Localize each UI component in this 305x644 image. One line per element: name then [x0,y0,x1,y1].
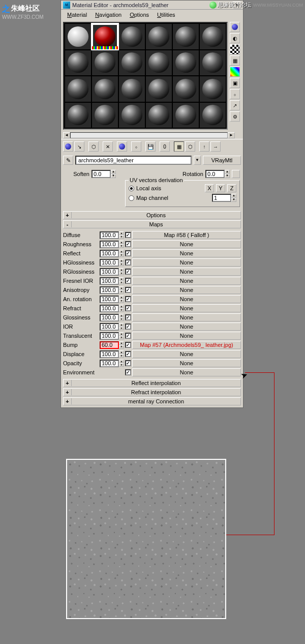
map-amount-input[interactable] [100,314,119,321]
sample-slot[interactable] [173,50,199,76]
map-amount-input[interactable] [100,250,119,257]
map-amount-spinner[interactable]: ▲▼ [100,259,124,267]
map-slot-button[interactable]: None [132,359,241,367]
maps-rollout-header[interactable]: - Maps [63,220,241,228]
map-amount-input[interactable] [100,231,119,239]
spin-up-icon[interactable]: ▲ [119,360,124,363]
spin-up-icon[interactable]: ▲ [119,296,124,299]
name-dropdown-icon[interactable]: ▼ [194,156,201,165]
spin-up-icon[interactable]: ▲ [231,194,236,198]
axis-y-button[interactable]: Y [216,184,225,192]
map-slot-button[interactable]: None [132,277,241,285]
sample-slot[interactable] [92,103,118,128]
map-amount-input[interactable] [100,241,119,248]
map-amount-spinner[interactable]: ▲▼ [100,323,124,331]
map-enable-checkbox[interactable]: ✓ [125,360,131,366]
map-amount-input[interactable] [100,259,119,267]
sample-slot[interactable] [119,24,145,49]
expand-icon[interactable]: + [64,389,72,395]
map-enable-checkbox[interactable]: ✓ [125,351,131,357]
map-enable-checkbox[interactable]: ✓ [125,333,131,339]
map-enable-checkbox[interactable]: ✓ [125,314,131,320]
menu-navigation[interactable]: Navigation [91,11,126,19]
map-slot-button[interactable]: None [132,258,241,267]
map-amount-input[interactable] [100,286,119,294]
local-axis-radio[interactable] [129,186,134,191]
sample-slot[interactable] [92,50,118,76]
rotation-spinner[interactable]: ▲▼ [205,170,230,178]
map-amount-spinner[interactable]: ▲▼ [100,268,124,276]
spin-down-icon[interactable]: ▼ [119,354,124,358]
spin-down-icon[interactable]: ▼ [225,174,230,178]
map-amount-spinner[interactable]: ▲▼ [100,332,124,340]
rotation-input[interactable] [205,170,225,178]
map-slot-button[interactable]: None [132,332,241,340]
spin-down-icon[interactable]: ▼ [231,198,236,202]
expand-icon[interactable]: + [64,212,72,218]
sample-slot[interactable] [200,24,226,49]
sample-slot[interactable] [92,24,118,49]
collapse-icon[interactable]: - [64,221,72,227]
spin-down-icon[interactable]: ▼ [119,235,124,239]
get-material-icon[interactable] [63,141,73,152]
show-map-viewport-icon[interactable]: ▦ [174,141,184,152]
map-enable-checkbox[interactable]: ✓ [125,342,131,348]
map-amount-input[interactable] [100,350,119,358]
spin-down-icon[interactable]: ▼ [119,363,124,367]
spin-up-icon[interactable]: ▲ [119,305,124,308]
refract-interp-rollout[interactable]: + Refract interpolation [63,388,241,396]
map-enable-checkbox[interactable]: ✓ [125,369,131,375]
map-slot-button[interactable]: None [132,286,241,294]
sample-slot[interactable] [173,24,199,49]
sample-slot[interactable] [119,76,145,102]
pick-material-icon[interactable]: ✎ [63,156,73,165]
map-slot-button[interactable]: None [132,323,241,331]
sample-slot[interactable] [146,24,172,49]
sample-type-icon[interactable] [230,22,240,32]
map-enable-checkbox[interactable]: ✓ [125,241,131,247]
material-type-button[interactable]: VRayMtl [203,156,241,165]
spin-up-icon[interactable]: ▲ [119,350,124,354]
reflect-interp-rollout[interactable]: + Reflect interpolation [63,379,241,387]
spin-up-icon[interactable]: ▲ [111,170,116,174]
map-amount-spinner[interactable]: ▲▼ [100,286,124,294]
spin-down-icon[interactable]: ▼ [111,174,116,178]
spin-up-icon[interactable]: ▲ [119,341,124,345]
map-enable-checkbox[interactable]: ✓ [125,296,131,302]
video-color-check-icon[interactable] [230,67,240,77]
map-slot-button[interactable]: None [132,350,241,358]
map-amount-input[interactable] [100,332,119,340]
spin-up-icon[interactable]: ▲ [119,231,124,235]
rotation-extra-button[interactable] [232,170,240,178]
sample-slot[interactable] [92,76,118,102]
select-by-material-icon[interactable]: ↗ [230,100,240,110]
map-amount-spinner[interactable]: ▲▼ [100,231,124,239]
background-checker-icon[interactable] [230,44,240,54]
spin-down-icon[interactable]: ▼ [119,262,124,266]
map-slot-button[interactable]: Map #57 (Archmodels59_ leather.jpg) [132,341,241,349]
spin-up-icon[interactable]: ▲ [119,250,124,253]
menu-options[interactable]: Options [126,11,153,19]
scroll-right-icon[interactable]: ► [228,132,235,138]
spin-down-icon[interactable]: ▼ [119,272,124,275]
spin-up-icon[interactable]: ▲ [119,259,124,262]
map-amount-spinner[interactable]: ▲▼ [100,341,124,349]
sample-slot[interactable] [200,76,226,102]
put-to-library-icon[interactable]: 💾 [145,141,156,152]
map-slot-button[interactable]: None [132,304,241,312]
assign-to-selection-icon[interactable]: ⬡ [88,141,99,152]
map-amount-spinner[interactable]: ▲▼ [100,350,124,358]
map-amount-spinner[interactable]: ▲▼ [100,250,124,257]
map-amount-spinner[interactable]: ▲▼ [100,305,124,312]
map-enable-checkbox[interactable]: ✓ [125,278,131,284]
map-amount-spinner[interactable]: ▲▼ [100,241,124,248]
map-amount-input[interactable] [100,305,119,312]
axis-z-button[interactable]: Z [227,184,236,192]
material-id-icon[interactable]: 0 [160,141,170,152]
map-amount-input[interactable] [100,296,119,303]
spin-up-icon[interactable]: ▲ [119,286,124,290]
spin-down-icon[interactable]: ▼ [119,327,124,330]
menu-utilities[interactable]: Utilities [153,11,179,19]
map-amount-spinner[interactable]: ▲▼ [100,277,124,285]
sample-slot[interactable] [65,24,91,49]
